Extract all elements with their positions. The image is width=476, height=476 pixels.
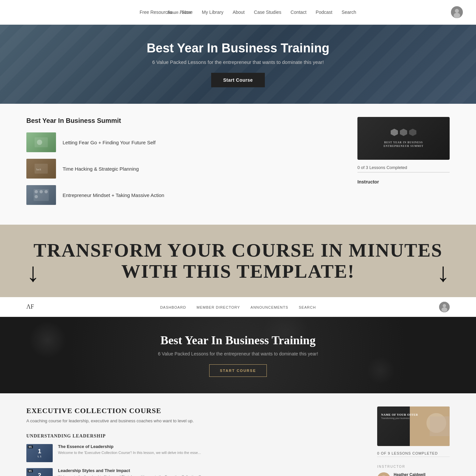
template-logo-text: ΛF <box>26 303 34 310</box>
bottom-course-desc: A coaching course for leadership, execut… <box>26 418 364 424</box>
progress-bar <box>357 172 450 173</box>
module-item-2[interactable]: M1 2 L 2 Leadership Styles and Their Imp… <box>26 468 364 476</box>
module-item-1[interactable]: M1 1 L 1 The Essence of Leadership Welco… <box>26 444 364 462</box>
module-lesson-label-1: L 1 <box>38 455 41 458</box>
dark-hero-subtitle: 6 Value Packed Lessons for the entrepren… <box>158 351 318 356</box>
hex-row-1 <box>391 129 416 136</box>
bottom-course-section: Executive Collection Course A coaching c… <box>0 393 476 476</box>
course-image-text: BEST YEAR IN BUSINESSENTREPRENEUR SUMMIT <box>383 141 423 148</box>
module-header: Understanding Leadership <box>26 434 364 439</box>
svg-point-15 <box>441 307 447 312</box>
thumb-inner-3 <box>26 185 56 205</box>
top-navigation: Susan Peirce Free Resources Store My Lib… <box>0 0 476 25</box>
arrow-left-icon: ↓ <box>26 258 40 288</box>
nav-about[interactable]: About <box>233 10 245 15</box>
module-badge-2: M1 <box>28 469 33 472</box>
offer-card: Name of Your Offer Transforming your bus… <box>377 406 450 446</box>
module-title-1: The Essence of Leadership <box>58 444 201 449</box>
dark-start-course-button[interactable]: Start Course <box>209 364 267 377</box>
bottom-progress-label: 0 of 9 Lessons Completed <box>377 451 450 455</box>
transform-banner: ↓ TRANSFORM YOUR COURSE IN MINUTES WITH … <box>0 225 476 297</box>
module-desc-2: Welcome to the 'Leadership Styles and Th… <box>58 474 206 476</box>
thumb-inner-2: hack <box>26 159 56 179</box>
hero-title: Best Year In Business Training <box>147 41 329 55</box>
instructor-section: Instructor Heather Caldwell Executive Le… <box>377 465 450 476</box>
module-content-1: The Essence of Leadership Welcome to the… <box>58 444 201 455</box>
course-right-panel: BEST YEAR IN BUSINESSENTREPRENEUR SUMMIT… <box>357 117 450 211</box>
bottom-right-panel: Name of Your Offer Transforming your bus… <box>377 406 450 476</box>
offer-card-text: Name of Your Offer Transforming your bus… <box>381 413 418 419</box>
lesson-thumbnail-1 <box>26 132 56 152</box>
instructor-section-label: Instructor <box>377 465 450 468</box>
lesson-title-3: Entrepreneur Mindset + Taking Massive Ac… <box>63 192 164 198</box>
nav-contact[interactable]: Contact <box>291 10 306 15</box>
module-number-2: 2 <box>38 472 41 476</box>
module-desc-1: Welcome to the 'Executive Collection Cou… <box>58 450 201 455</box>
lesson-thumbnail-2: hack <box>26 159 56 179</box>
nav-my-library[interactable]: My Library <box>202 10 223 15</box>
site-logo[interactable]: Susan Peirce <box>166 7 192 18</box>
bottom-progress-bar <box>377 457 450 457</box>
instructor-avatar <box>377 472 390 476</box>
lesson-item-1[interactable]: Letting Fear Go + Finding Your Future Se… <box>26 132 344 152</box>
module-thumb-2: M1 2 L 2 <box>26 468 53 476</box>
module-number-1: 1 <box>38 448 41 455</box>
course-image: BEST YEAR IN BUSINESSENTREPRENEUR SUMMIT <box>357 117 450 160</box>
lesson-item-3[interactable]: Entrepreneur Mindset + Taking Massive Ac… <box>26 185 344 205</box>
progress-label: 0 of 3 Lessons Completed <box>357 165 450 170</box>
hex-2 <box>400 129 407 136</box>
svg-point-12 <box>35 195 38 198</box>
svg-point-2 <box>455 9 459 13</box>
template-nav-dashboard[interactable]: Dashboard <box>160 305 186 309</box>
lesson-item-2[interactable]: hack Time Hacking & Strategic Planning <box>26 159 344 179</box>
template-nav-links: Dashboard Member Directory Announcements… <box>160 304 316 310</box>
svg-point-10 <box>40 190 43 193</box>
instructor-info: Heather Caldwell Executive Leadership Co… <box>394 472 435 476</box>
arrow-right-icon: ↓ <box>436 258 450 288</box>
transform-text: TRANSFORM YOUR COURSE IN MINUTES WITH TH… <box>13 240 463 282</box>
template-user-avatar[interactable] <box>439 302 450 312</box>
offer-subtitle: Transforming your business <box>381 417 418 419</box>
offer-card-image <box>410 406 450 446</box>
nav-podcast[interactable]: Podcast <box>316 10 332 15</box>
hex-3 <box>409 129 416 136</box>
svg-point-14 <box>443 304 446 307</box>
template-logo[interactable]: ΛF <box>26 303 34 310</box>
bottom-course-title: Executive Collection Course <box>26 406 364 415</box>
module-content-2: Leadership Styles and Their Impact Welco… <box>58 468 206 476</box>
instructor-name: Heather Caldwell <box>394 472 435 476</box>
dark-hero-title: Best Year In Business Training <box>160 333 316 347</box>
nav-case-studies[interactable]: Case Studies <box>254 10 281 15</box>
user-avatar[interactable] <box>451 6 463 18</box>
template-nav-announcements[interactable]: Announcements <box>251 305 288 309</box>
nav-right <box>444 6 463 18</box>
course-left-panel: Best Year In Business Summit Letting Fea… <box>26 117 344 211</box>
svg-text:hack: hack <box>36 168 41 171</box>
course-image-inner: BEST YEAR IN BUSINESSENTREPRENEUR SUMMIT <box>357 117 450 160</box>
svg-rect-18 <box>430 416 450 436</box>
hero-section: Best Year In Business Training 6 Value P… <box>0 25 476 104</box>
template-navigation: ΛF Dashboard Member Directory Announceme… <box>0 297 476 317</box>
module-thumb-1: M1 1 L 1 <box>26 444 53 462</box>
nav-search[interactable]: Search <box>342 10 356 15</box>
svg-point-5 <box>37 140 42 145</box>
template-nav-member-directory[interactable]: Member Directory <box>197 305 240 309</box>
offer-title: Name of Your Offer <box>381 413 418 417</box>
instructor-profile: Heather Caldwell Executive Leadership Co… <box>377 472 450 476</box>
instructor-label: Instructor <box>357 179 450 184</box>
dark-hero-section: Best Year In Business Training 6 Value P… <box>0 317 476 393</box>
svg-text:Susan Peirce: Susan Peirce <box>167 10 191 15</box>
thumb-inner-1 <box>26 132 56 152</box>
course-title: Best Year In Business Summit <box>26 117 344 125</box>
svg-point-11 <box>44 190 48 193</box>
template-nav-search[interactable]: Search <box>299 305 316 309</box>
svg-point-9 <box>35 190 38 193</box>
module-title-2: Leadership Styles and Their Impact <box>58 468 206 473</box>
start-course-button[interactable]: Start Course <box>211 73 265 87</box>
module-badge-1: M1 <box>28 445 33 448</box>
lesson-title-2: Time Hacking & Strategic Planning <box>63 166 139 172</box>
bottom-left-panel: Executive Collection Course A coaching c… <box>26 406 364 476</box>
lesson-thumbnail-3 <box>26 185 56 205</box>
svg-point-3 <box>454 13 460 18</box>
course-content-section: Best Year In Business Summit Letting Fea… <box>0 104 476 225</box>
